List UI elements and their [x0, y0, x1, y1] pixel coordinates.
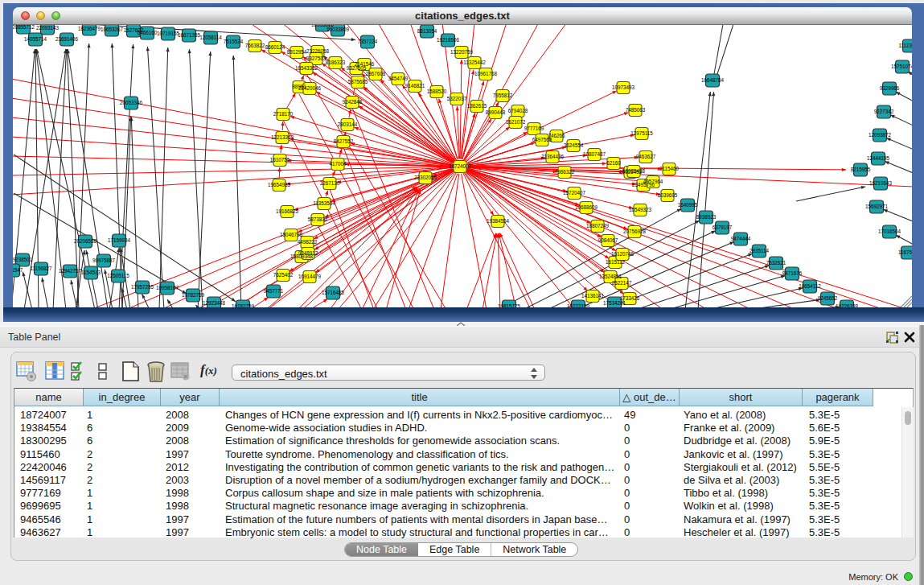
- svg-text:9227342: 9227342: [874, 109, 894, 114]
- svg-text:9348912: 9348912: [298, 250, 318, 256]
- svg-text:15751074: 15751074: [891, 64, 912, 69]
- svg-text:62160: 62160: [606, 160, 621, 166]
- svg-text:23691406: 23691406: [55, 36, 79, 42]
- svg-text:1615112: 1615112: [606, 259, 626, 265]
- svg-text:10807487: 10807487: [583, 151, 606, 157]
- svg-text:417004: 417004: [329, 161, 347, 167]
- svg-text:8186323: 8186323: [326, 60, 346, 65]
- svg-text:12923448: 12923448: [203, 300, 226, 306]
- svg-text:17016504: 17016504: [878, 229, 901, 234]
- svg-text:9084067: 9084067: [598, 237, 618, 243]
- svg-text:12942757: 12942757: [59, 268, 82, 274]
- svg-text:3267130: 3267130: [320, 180, 340, 186]
- svg-text:7955812: 7955812: [493, 93, 513, 98]
- svg-text:17957255: 17957255: [131, 284, 154, 290]
- svg-text:9238501: 9238501: [13, 257, 33, 262]
- svg-text:9457771: 9457771: [264, 288, 284, 294]
- svg-text:18724007: 18724007: [449, 163, 472, 169]
- svg-text:12444195: 12444195: [867, 155, 890, 161]
- svg-text:1167533: 1167533: [898, 249, 912, 255]
- svg-text:20756928: 20756928: [623, 229, 647, 234]
- svg-text:1640995: 1640995: [678, 202, 698, 208]
- svg-text:11325442: 11325442: [463, 60, 486, 65]
- svg-text:15046796: 15046796: [280, 232, 303, 237]
- svg-text:2803144: 2803144: [338, 122, 358, 127]
- svg-text:15716485: 15716485: [322, 290, 345, 295]
- svg-text:10654112: 10654112: [799, 283, 821, 289]
- svg-text:8215955: 8215955: [851, 167, 871, 172]
- svg-text:10973493: 10973493: [612, 84, 635, 90]
- svg-text:9242848: 9242848: [343, 99, 363, 105]
- svg-text:15720407: 15720407: [563, 190, 586, 196]
- svg-text:22420046: 22420046: [298, 85, 322, 91]
- svg-text:1362615: 1362615: [467, 103, 487, 109]
- svg-text:17534261: 17534261: [603, 300, 626, 306]
- svg-text:18236479: 18236479: [78, 26, 101, 31]
- svg-text:7485063: 7485063: [626, 107, 646, 113]
- svg-text:23302055: 23302055: [414, 175, 437, 180]
- svg-text:10688609: 10688609: [575, 204, 598, 210]
- svg-text:7986322: 7986322: [555, 169, 575, 175]
- svg-text:7663822: 7663822: [245, 43, 265, 48]
- svg-text:19166825: 19166825: [276, 208, 299, 214]
- svg-text:23226058: 23226058: [306, 48, 330, 54]
- svg-text:20053346: 20053346: [120, 100, 143, 105]
- svg-text:2935114: 2935114: [749, 248, 770, 253]
- svg-text:1154513: 1154513: [81, 270, 101, 275]
- svg-text:8938923: 8938923: [696, 214, 717, 220]
- svg-text:6794028: 6794028: [508, 108, 528, 113]
- svg-text:9777169: 9777169: [524, 126, 544, 131]
- svg-text:10025438: 10025438: [622, 168, 646, 174]
- svg-text:19654985: 19654985: [268, 182, 291, 187]
- svg-text:5322037: 5322037: [447, 96, 467, 101]
- svg-text:6466160: 6466160: [138, 30, 158, 35]
- svg-text:14136141: 14136141: [581, 293, 605, 299]
- svg-text:2391547: 2391547: [13, 267, 23, 273]
- svg-text:7515524: 7515524: [224, 39, 244, 44]
- svg-text:8990448: 8990448: [486, 109, 506, 115]
- svg-text:7625402: 7625402: [273, 272, 294, 278]
- svg-text:12213363: 12213363: [271, 134, 294, 140]
- svg-text:2718170: 2718170: [273, 111, 294, 117]
- svg-text:12058114: 12058114: [199, 35, 222, 40]
- svg-text:2141546: 2141546: [355, 61, 375, 67]
- svg-text:22093143: 22093143: [36, 25, 60, 31]
- svg-text:8912954: 8912954: [287, 49, 307, 55]
- svg-text:10719155: 10719155: [157, 31, 180, 36]
- svg-text:16648784: 16648784: [701, 77, 725, 83]
- svg-text:9329966: 9329966: [880, 85, 900, 91]
- svg-text:6039695: 6039695: [658, 192, 678, 198]
- svg-text:9115460: 9115460: [659, 166, 680, 171]
- svg-text:19384554: 19384554: [487, 218, 510, 224]
- svg-text:9474444: 9474444: [731, 236, 751, 241]
- svg-text:18807249: 18807249: [586, 223, 610, 229]
- svg-text:12093872: 12093872: [869, 132, 892, 138]
- svg-text:16033809: 16033809: [326, 27, 350, 32]
- svg-text:1610755: 1610755: [270, 157, 290, 163]
- svg-text:4957964: 4957964: [643, 179, 663, 184]
- svg-text:12505115: 12505115: [107, 273, 129, 278]
- svg-text:11353594: 11353594: [313, 200, 335, 206]
- svg-text:5875685: 5875685: [348, 79, 368, 84]
- svg-text:16543362: 16543362: [295, 65, 318, 71]
- svg-text:8660124: 8660124: [265, 44, 285, 50]
- svg-text:16549323: 16549323: [629, 207, 652, 212]
- svg-text:10782759: 10782759: [182, 292, 205, 298]
- svg-text:1621072: 1621072: [506, 119, 526, 125]
- svg-text:3624554: 3624554: [564, 142, 584, 148]
- svg-text:15692971: 15692971: [865, 204, 889, 209]
- svg-text:10961768: 10961768: [474, 71, 498, 76]
- svg-text:746266: 746266: [548, 133, 565, 138]
- svg-text:20206558: 20206558: [74, 238, 97, 244]
- svg-text:9327503: 9327503: [306, 56, 326, 61]
- svg-text:16914479: 16914479: [298, 274, 322, 279]
- svg-text:1588520: 1588520: [427, 89, 447, 94]
- svg-text:13524851: 13524851: [599, 274, 622, 279]
- svg-text:7357224: 7357224: [358, 39, 378, 44]
- svg-text:6379197: 6379197: [713, 225, 733, 230]
- svg-text:2522147: 2522147: [612, 280, 632, 286]
- svg-text:19218506: 19218506: [437, 37, 460, 43]
- svg-text:8471676: 8471676: [782, 270, 803, 276]
- svg-text:11123070: 11123070: [898, 43, 912, 48]
- svg-text:2867608: 2867608: [366, 71, 386, 76]
